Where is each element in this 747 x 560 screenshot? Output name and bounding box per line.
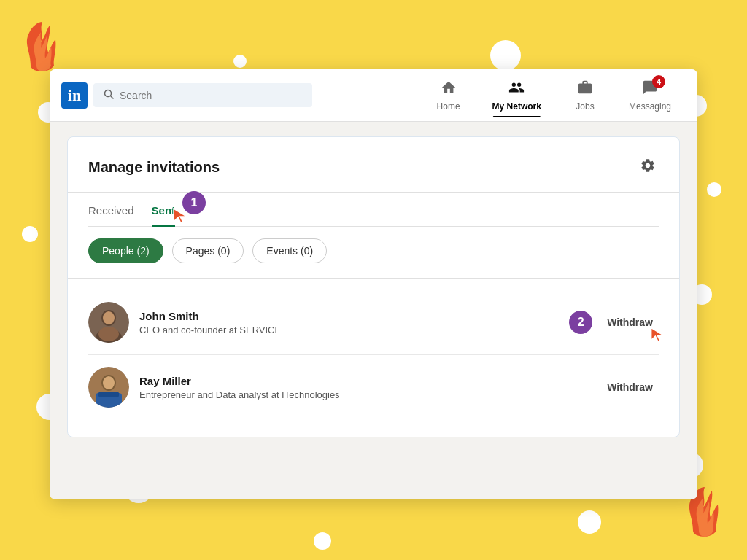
avatar-john-smith bbox=[88, 302, 129, 343]
browser-window: in Home bbox=[50, 69, 697, 499]
svg-point-11 bbox=[103, 376, 115, 389]
nav-label-jobs: Jobs bbox=[576, 101, 594, 112]
manage-invitations-card: Manage invitations Received Sent 1 bbox=[67, 136, 680, 438]
filter-row: People (2) Pages (0) Events (0) bbox=[88, 238, 659, 263]
jobs-icon bbox=[577, 79, 593, 100]
bg-dot bbox=[233, 55, 247, 68]
avatar-ray-miller bbox=[88, 367, 129, 408]
nav-item-messaging[interactable]: 4 Messaging bbox=[614, 74, 686, 117]
nav-label-my-network: My Network bbox=[492, 101, 541, 112]
bg-dot bbox=[22, 226, 38, 242]
filter-pages[interactable]: Pages (0) bbox=[172, 238, 244, 263]
tab-sent[interactable]: Sent 1 bbox=[152, 204, 176, 227]
messaging-icon: 4 bbox=[642, 79, 658, 100]
filter-people[interactable]: People (2) bbox=[88, 238, 163, 263]
linkedin-logo[interactable]: in bbox=[61, 82, 88, 109]
person-name-ray-miller: Ray Miller bbox=[139, 375, 591, 387]
card-title: Manage invitations bbox=[88, 159, 220, 176]
main-content: Manage invitations Received Sent 1 bbox=[50, 122, 697, 452]
svg-rect-13 bbox=[98, 392, 119, 397]
search-bar[interactable] bbox=[93, 83, 312, 107]
filter-divider bbox=[68, 278, 679, 279]
filter-events[interactable]: Events (0) bbox=[252, 238, 327, 263]
messaging-badge: 4 bbox=[652, 75, 665, 88]
decorative-flame-top-left bbox=[23, 22, 61, 74]
tabs: Received Sent 1 bbox=[88, 204, 659, 227]
svg-line-1 bbox=[111, 96, 114, 99]
svg-point-7 bbox=[98, 327, 119, 341]
people-list: John Smith CEO and co-founder at SERVICE… bbox=[88, 290, 659, 419]
navbar: in Home bbox=[50, 69, 697, 122]
search-icon bbox=[104, 89, 114, 101]
nav-label-home: Home bbox=[437, 101, 460, 112]
svg-point-5 bbox=[103, 311, 115, 324]
card-header: Manage invitations bbox=[88, 155, 659, 180]
nav-item-home[interactable]: Home bbox=[419, 74, 478, 117]
person-title-john-smith: CEO and co-founder at SERVICE bbox=[139, 324, 559, 335]
bg-dot bbox=[578, 510, 601, 534]
person-row-ray-miller: Ray Miller Entrepreneur and Data analyst… bbox=[88, 355, 659, 419]
search-input[interactable] bbox=[120, 90, 302, 101]
nav-item-my-network[interactable]: My Network bbox=[478, 74, 556, 117]
withdraw-button-ray-miller[interactable]: Withdraw bbox=[601, 381, 659, 393]
person-title-ray-miller: Entrepreneur and Data analyst at ITechno… bbox=[139, 389, 591, 400]
bg-dot bbox=[707, 182, 721, 197]
bg-dot bbox=[314, 532, 331, 550]
settings-button[interactable] bbox=[637, 155, 659, 180]
tab-received[interactable]: Received bbox=[88, 204, 134, 227]
withdraw-section-john: 2 Withdraw bbox=[569, 311, 659, 334]
person-row-john-smith: John Smith CEO and co-founder at SERVICE… bbox=[88, 290, 659, 355]
person-info-ray-miller: Ray Miller Entrepreneur and Data analyst… bbox=[139, 375, 591, 400]
svg-marker-2 bbox=[174, 209, 187, 223]
person-info-john-smith: John Smith CEO and co-founder at SERVICE bbox=[139, 310, 559, 335]
person-name-john-smith: John Smith bbox=[139, 310, 559, 322]
header-divider bbox=[68, 192, 679, 192]
cursor-arrow-2 bbox=[649, 325, 667, 347]
bg-dot bbox=[490, 40, 521, 71]
withdraw-button-john-smith[interactable]: Withdraw bbox=[601, 316, 659, 328]
home-icon bbox=[441, 79, 457, 100]
svg-marker-8 bbox=[651, 328, 664, 342]
my-network-icon bbox=[508, 79, 525, 100]
nav-item-jobs[interactable]: Jobs bbox=[556, 74, 614, 117]
step1-badge: 1 bbox=[182, 191, 206, 214]
nav-label-messaging: Messaging bbox=[629, 101, 671, 112]
step2-badge: 2 bbox=[569, 311, 592, 334]
nav-items: Home My Network Jobs bbox=[419, 74, 686, 117]
